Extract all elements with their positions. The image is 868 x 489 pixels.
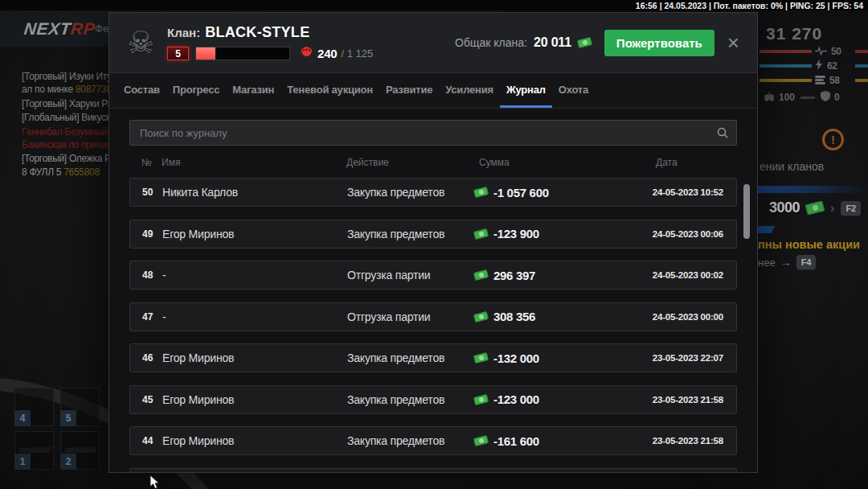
respect-current: 240 (317, 47, 337, 60)
hunger-value: 58 (829, 75, 840, 86)
warning-icon: ! (822, 129, 844, 150)
chat-message: [Торговый] Харуки Рай (22, 97, 122, 110)
row-amount: -1 057 600 (474, 179, 549, 206)
clan-emblem-icon: ☠ (127, 27, 154, 58)
row-date: 23-05-2023 22:07 (653, 344, 723, 372)
oxygen-mini-bar (800, 97, 815, 99)
journal-row[interactable]: 49Егор МириновЗакупка предметов-123 9002… (129, 220, 737, 249)
chat-message: 8 ФУЛЛ 5 7655808 (22, 166, 122, 179)
tab-journal[interactable]: Журнал (500, 73, 552, 108)
clan-title: Клан: BLACK-STYLE (167, 24, 373, 41)
hotbar-key-label: 5 (60, 410, 76, 426)
row-amount: -123 900 (474, 220, 539, 248)
row-amount: -132 000 (474, 344, 539, 372)
clan-level-row: 5 240 / 1 125 (167, 46, 373, 61)
money-icon (473, 269, 489, 281)
health-label: 50 (812, 46, 855, 57)
row-action: Закупка предметов (347, 179, 444, 206)
row-number: 45 (142, 386, 153, 413)
clan-window: ☠ Клан: BLACK-STYLE 5 240 / 1 125 (108, 12, 758, 473)
chevron-right-icon: › (830, 201, 834, 216)
row-action: Закупка предметов (347, 427, 444, 454)
journal-row[interactable]: 44Егор МириновЗакупка предметов-161 6002… (129, 426, 737, 455)
journal-row[interactable]: 47-Отгрузка партии308 35624-05-2023 00:0… (129, 302, 737, 331)
money-icon (805, 201, 825, 216)
chat-message: Ганнибал Безумный бы (22, 125, 122, 138)
weapon-icon (65, 448, 96, 453)
chat-message: ал по минке 8087738 (22, 83, 122, 96)
clan-window-header: ☠ Клан: BLACK-STYLE 5 240 / 1 125 (109, 13, 757, 73)
energy-bar: 62 (760, 60, 868, 72)
hotbar-slot-5[interactable]: 5 (60, 388, 100, 426)
promo-more-row: нее → F4 (758, 255, 816, 269)
reward-amount: 3000 (769, 199, 800, 216)
heartbeat-icon (815, 44, 827, 59)
row-name: Егор Миринов (162, 386, 234, 413)
journal-rows: 50Никита КарловЗакупка предметов-1 057 6… (129, 178, 737, 473)
close-icon[interactable]: × (727, 32, 739, 53)
money-icon (473, 352, 489, 364)
scrollbar-thumb[interactable] (743, 184, 750, 239)
row-amount: -123 000 (474, 386, 539, 413)
hotbar-slot-4[interactable]: 4 (14, 388, 54, 426)
row-action: Отгрузка партии (347, 303, 430, 331)
tab-development[interactable]: Развитие (379, 73, 439, 108)
clans-notification-text: ении кланов (760, 160, 824, 173)
row-date: 23-05-2023 21:58 (653, 386, 723, 413)
key-f4-badge: F4 (796, 255, 817, 269)
journal-row[interactable]: 48-Отгрузка партии296 39724-05-2023 00:0… (129, 261, 737, 290)
lightning-icon (815, 59, 823, 73)
row-number: 46 (142, 344, 153, 372)
row-number: 50 (142, 179, 153, 206)
notification-stripe (753, 186, 868, 193)
hotbar-key-label: 4 (14, 410, 31, 426)
tab-boosts[interactable]: Усиления (439, 73, 500, 108)
chat-message: [Торговый] Изуки Итуд (22, 70, 122, 83)
journal-table-header: № Имя Действие Сумма Дата (129, 155, 737, 171)
row-date: 24-05-2023 00:02 (653, 261, 723, 289)
row-name: Егор Миринов (162, 220, 234, 248)
row-name: - (162, 261, 166, 289)
row-action: Отгрузка партии (347, 261, 430, 289)
tab-hunt[interactable]: Охота (552, 73, 595, 108)
row-name: Егор Миринов (162, 427, 234, 454)
clan-label: Клан: (167, 26, 200, 39)
column-header-num: № (141, 157, 152, 168)
search-input[interactable] (129, 120, 737, 146)
row-number: 44 (142, 427, 153, 454)
promo-notification-title: пны новые акции (758, 238, 860, 251)
hud-secondary-row: 100 0 (764, 91, 865, 104)
oxygen-value: 100 (779, 92, 795, 103)
row-action: Закупка предметов (347, 386, 444, 413)
hotbar-slot-1[interactable]: 1 (14, 431, 54, 470)
row-date: 24-05-2023 00:00 (653, 303, 723, 331)
tab-shadow-auction[interactable]: Теневой аукцион (280, 73, 379, 108)
clan-level-fill (196, 47, 215, 60)
arrow-right-icon: → (780, 256, 792, 269)
hotbar: 4512 (14, 388, 100, 470)
clan-info-block: Клан: BLACK-STYLE 5 240 / 1 125 (167, 24, 373, 61)
donate-button[interactable]: Пожертвовать (604, 30, 714, 56)
money-icon (473, 228, 489, 240)
row-amount: -161 600 (474, 427, 539, 454)
row-name: - (162, 303, 166, 331)
hotbar-key-label: 1 (14, 454, 31, 470)
game-screen: NEXTRP Фед [Торговый] Изуки Итудал по ми… (0, 0, 868, 489)
money-icon (473, 187, 489, 198)
bank-label: Общак клана: (455, 36, 527, 49)
tab-progress[interactable]: Прогресс (166, 73, 227, 108)
nextrp-logo: NEXTRP (23, 19, 96, 39)
hotbar-slot-2[interactable]: 2 (60, 431, 100, 470)
row-number: 47 (142, 303, 153, 331)
shield-icon (821, 90, 830, 105)
journal-row[interactable]: 50Никита КарловЗакупка предметов-1 057 6… (129, 178, 737, 207)
energy-value: 62 (827, 60, 837, 72)
journal-row[interactable]: 45Егор МириновЗакупка предметов-123 0002… (129, 385, 737, 414)
money-icon (473, 394, 489, 405)
respect-max: / 1 125 (342, 47, 374, 60)
tab-shop[interactable]: Магазин (226, 73, 280, 108)
money-icon (473, 311, 489, 323)
tab-sostav[interactable]: Состав (117, 73, 166, 108)
journal-row[interactable]: 46Егор МириновЗакупка предметов-132 0002… (129, 343, 737, 372)
journal-search (129, 120, 737, 146)
